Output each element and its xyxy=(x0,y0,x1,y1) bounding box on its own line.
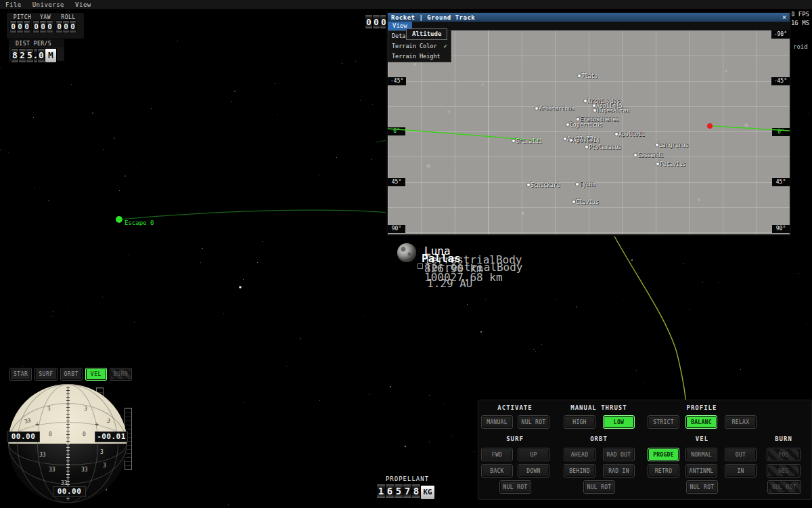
vel-retro-button[interactable]: RETRO xyxy=(648,464,679,478)
thrust-high-button[interactable]: HIGH xyxy=(564,415,595,429)
crater-label: Schickard xyxy=(531,182,560,188)
autopilot-control-panel: ACTIVATE MANUAL THRUST PROFILE MANUAL NU… xyxy=(478,400,812,500)
yaw-readout: 000 xyxy=(33,21,53,33)
activate-manual-button[interactable]: MANUAL xyxy=(481,415,513,429)
dist-per-s-panel: DIST PER/S 825.0M xyxy=(9,39,64,61)
orbt-nul-rot-button[interactable]: NUL ROT xyxy=(583,480,615,494)
crater-dot-icon xyxy=(634,154,637,156)
orbt-rad-in-button[interactable]: RAD IN xyxy=(603,464,635,478)
orbt-rad-out-button[interactable]: RAD OUT xyxy=(603,448,635,461)
ref-button-burn[interactable]: BURN xyxy=(110,368,132,381)
surf-down-button[interactable]: DOWN xyxy=(518,464,549,478)
attitude-panel: PITCH YAW ROLL 000 000 000 xyxy=(7,13,84,39)
ref-button-vel[interactable]: VEL xyxy=(85,368,107,381)
crater-dot-icon xyxy=(527,184,530,186)
surf-header: SURF xyxy=(481,436,549,442)
impact-marker[interactable] xyxy=(707,123,713,129)
crater-label: Apollo11 xyxy=(618,131,645,137)
vel-out-button[interactable]: OUT xyxy=(725,448,757,461)
vel-antinml-button[interactable]: ANTINML xyxy=(685,464,717,478)
activate-nul-rot-button[interactable]: NUL ROT xyxy=(518,415,549,429)
dist-per-s-readout: 825.0 xyxy=(12,49,45,62)
navball-readout-bottom: 00.00 xyxy=(53,486,86,497)
orbit-curve xyxy=(614,236,686,405)
crater-label: Copernicus xyxy=(570,122,602,128)
ref-button-orbt[interactable]: ORBT xyxy=(60,368,83,381)
escape-node-label: Escape 0 xyxy=(125,219,154,226)
crater-label: Clavius xyxy=(576,199,599,205)
crater-dot-icon xyxy=(656,144,658,146)
menu-item-file[interactable]: File xyxy=(5,1,22,8)
crater-label: Gassendi xyxy=(637,152,664,158)
surf-nul-rot-button[interactable]: NUL ROT xyxy=(499,480,531,494)
burn-pos-button[interactable]: POS xyxy=(767,448,800,461)
checkmark-icon: ✓ xyxy=(444,43,447,49)
profile-strict-button[interactable]: STRICT xyxy=(648,415,679,429)
crater-label: Apollo14 xyxy=(573,137,600,144)
orbt-ahead-button[interactable]: AHEAD xyxy=(564,448,595,461)
thrust-low-button[interactable]: LOW xyxy=(603,415,635,429)
pitch-label: PITCH xyxy=(11,14,34,20)
crater-label: Grimaldi xyxy=(516,138,542,144)
bright-star xyxy=(239,286,242,289)
crater-dot-icon xyxy=(577,118,579,121)
orbt-header: ORBT xyxy=(564,436,634,442)
orbt-behind-button[interactable]: BEHIND xyxy=(564,464,595,478)
crater-label: Petavius xyxy=(660,161,686,167)
propellant-label: PROPELLANT xyxy=(376,474,438,484)
crater-label: Tycho xyxy=(579,182,595,188)
roll-readout: 000 xyxy=(56,21,76,33)
crater-dot-icon xyxy=(615,133,618,135)
profile-relax-button[interactable]: RELAX xyxy=(725,415,757,429)
crater-dot-icon xyxy=(578,75,581,77)
vel-progde-button[interactable]: PROGDE xyxy=(648,448,679,461)
dist-per-s-label: DIST PER/S xyxy=(9,39,64,47)
crater-label: Ptolemaeus xyxy=(589,144,621,150)
manual-thrust-header: MANUAL THRUST xyxy=(557,404,641,411)
menu-item-terrain-height[interactable]: Terrain Height xyxy=(388,51,451,62)
crater-dot-icon xyxy=(572,200,575,203)
vel-header: VEL xyxy=(648,436,757,442)
navball-shading xyxy=(8,384,127,503)
dist-unit-toggle[interactable]: M xyxy=(45,49,56,62)
vel-nul-rot-button[interactable]: NUL ROT xyxy=(686,480,718,494)
window-menubar: View xyxy=(388,22,790,30)
escape-node-marker[interactable] xyxy=(116,216,122,223)
menu-item-universe[interactable]: Universe xyxy=(32,1,64,8)
altitude-tooltip: Altitude xyxy=(406,28,447,40)
window-title: Rocket | Ground Track xyxy=(391,14,782,21)
ref-button-surf[interactable]: SURF xyxy=(35,368,57,381)
navball[interactable]: 33 3 3 3 33 0 0 + + 33 3 33 33 3 33 xyxy=(8,384,127,503)
crater-dot-icon xyxy=(656,163,659,165)
navball-readout-left: 00.00 xyxy=(7,431,40,442)
propellant-readout: 16578 xyxy=(377,484,420,498)
reference-frame-buttons: STAR SURF ORBT VEL BURN xyxy=(9,368,132,381)
surf-fwd-button[interactable]: FWD xyxy=(481,448,513,461)
vel-in-button[interactable]: IN xyxy=(725,464,757,478)
profile-header: PROFILE xyxy=(648,404,756,411)
crater-dot-icon xyxy=(585,146,588,148)
propellant-unit: KG xyxy=(421,486,434,499)
crater-dot-icon xyxy=(570,139,572,142)
profile-balanc-button[interactable]: BALANC xyxy=(685,415,717,429)
surf-up-button[interactable]: UP xyxy=(518,448,549,461)
crater-label: Langrenus xyxy=(659,142,688,148)
crater-dot-icon xyxy=(593,109,596,112)
luna-body-icon[interactable] xyxy=(397,243,416,262)
burn-neg-button[interactable]: NEG xyxy=(767,464,800,478)
ground-track-titlebar[interactable]: Rocket | Ground Track × xyxy=(388,13,790,22)
escape-trajectory-line xyxy=(119,210,389,219)
pallas-checkbox[interactable] xyxy=(418,263,423,269)
navball-readout-right: -00.01 xyxy=(95,431,128,442)
ref-button-star[interactable]: STAR xyxy=(9,368,32,381)
roll-label: ROLL xyxy=(57,14,80,20)
burn-header: BURN xyxy=(767,436,800,442)
menu-item-view[interactable]: View xyxy=(75,1,91,8)
crater-dot-icon xyxy=(584,100,587,102)
vel-normal-button[interactable]: NORMAL xyxy=(685,448,717,461)
menu-item-terrain-color[interactable]: Terrain Color ✓ xyxy=(388,41,451,51)
surf-back-button[interactable]: BACK xyxy=(481,464,513,478)
burn-nul-rot-button[interactable]: NUL ROT xyxy=(767,480,801,494)
menu-bar: File Universe View xyxy=(0,0,812,9)
close-icon[interactable]: × xyxy=(782,14,786,21)
